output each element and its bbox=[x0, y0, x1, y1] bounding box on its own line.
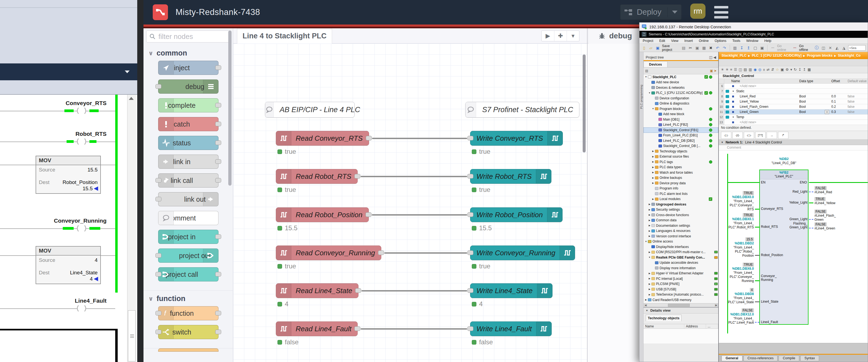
table-row-6[interactable]: 6<Add new> bbox=[719, 84, 868, 89]
studio5000-collapsed-titlebar[interactable] bbox=[0, 63, 137, 80]
tree-expander[interactable]: ▶ bbox=[652, 150, 654, 152]
tree-expander[interactable]: ▶ bbox=[648, 203, 651, 205]
input-port[interactable] bbox=[155, 272, 161, 277]
group-expander[interactable]: ▼ bbox=[732, 116, 734, 118]
tree-item-teleservice-automatic-protoco-[interactable]: ▶TeleService [Automatic protoco... bbox=[644, 292, 718, 298]
tree-expander[interactable]: ▶ bbox=[648, 214, 651, 216]
flow-node-read[interactable]: Read Conveyor_RTS bbox=[276, 131, 369, 146]
tree-item-line4-plc-db-db2-[interactable]: Line4_PLC_DB [DB2] bbox=[644, 138, 718, 143]
ladder-element-button-5[interactable]: ↱ bbox=[778, 132, 788, 139]
delete-icon[interactable]: ✖ bbox=[709, 46, 713, 50]
flow-wire[interactable] bbox=[384, 252, 467, 254]
deploy-button[interactable]: Deploy bbox=[620, 4, 682, 20]
tree-item-add-new-block[interactable]: Add new block bbox=[644, 112, 718, 117]
tree-item-devices-networks[interactable]: Devices & networks bbox=[644, 85, 718, 90]
ladder-element-button-2[interactable]: -( )- bbox=[744, 132, 754, 139]
deploy-options-caret[interactable] bbox=[672, 10, 678, 13]
palette-scrollbar-thumb[interactable] bbox=[228, 30, 231, 186]
tree-expander[interactable]: ▶ bbox=[652, 171, 654, 174]
tree-item-add-new-device[interactable]: Add new device bbox=[644, 80, 718, 85]
breadcrumb-item[interactable]: Stacklight_Co bbox=[838, 54, 860, 57]
download-to-device-icon[interactable]: ↧ bbox=[739, 46, 744, 50]
output-port[interactable] bbox=[215, 311, 221, 315]
flow-wire[interactable] bbox=[362, 290, 467, 291]
editor-tool-13[interactable]: ▣ bbox=[780, 67, 784, 72]
editor-tool-0[interactable]: ✳ bbox=[721, 67, 724, 72]
fbd-network-canvas[interactable]: %DB2"Line4_PLC_DB"%FB2"Line4_PLC"ENENOCo… bbox=[719, 150, 868, 343]
tree-view-icon[interactable]: ▤ bbox=[645, 69, 648, 73]
tree-item-device-configuration[interactable]: Device configuration bbox=[644, 95, 718, 101]
palette-node-link-call[interactable]: link call bbox=[158, 173, 218, 188]
menu-edit[interactable]: Edit bbox=[659, 39, 665, 43]
output-port[interactable] bbox=[215, 234, 221, 239]
cut-icon[interactable]: ✂ bbox=[688, 46, 693, 50]
tree-item-plc-alarm-text-lists[interactable]: PLC alarm text lists bbox=[644, 191, 718, 196]
input-port[interactable] bbox=[467, 174, 473, 178]
tree-item-online-backups[interactable]: ▶Online backups bbox=[644, 175, 718, 181]
tree-item-online-diagnostics[interactable]: Online & diagnostics bbox=[644, 101, 718, 106]
flow-node-write[interactable]: Write Robot_RTS bbox=[470, 169, 551, 184]
go-online-icon[interactable]: ⎓ bbox=[770, 46, 775, 50]
flow-wire[interactable] bbox=[372, 214, 467, 216]
output-port[interactable] bbox=[215, 140, 221, 145]
editor-tool-12[interactable]: ☆ bbox=[776, 67, 779, 72]
flow-node-read[interactable]: Read Line4_Fault bbox=[276, 322, 358, 336]
tree-item-line4-plc-fb2-[interactable]: Line4_PLC [FB2] bbox=[644, 122, 718, 128]
tree-expander[interactable]: ▶ bbox=[648, 294, 651, 296]
copy-icon[interactable]: ▣ bbox=[695, 46, 700, 50]
open-project-icon[interactable]: ▱ bbox=[648, 46, 653, 50]
flow-tab[interactable]: Line 4 to Stacklight PLC bbox=[237, 28, 332, 44]
group-expander[interactable]: ▼ bbox=[732, 90, 734, 92]
menu-online[interactable]: Online bbox=[699, 39, 709, 43]
output-port[interactable] bbox=[215, 65, 221, 70]
output-port[interactable] bbox=[366, 136, 372, 140]
scrollbar-thumb[interactable] bbox=[128, 310, 135, 361]
ladder-element-button-0[interactable]: -| |- bbox=[721, 132, 731, 139]
inspector-tab-cross-references[interactable]: Cross-references bbox=[744, 356, 778, 361]
output-port[interactable] bbox=[366, 212, 372, 217]
tree-expander[interactable]: ▼ bbox=[645, 240, 647, 243]
breadcrumb-item[interactable]: Stacklight_PLC bbox=[721, 54, 746, 57]
output-port[interactable] bbox=[215, 103, 221, 108]
go-online-label[interactable]: Go online bbox=[777, 44, 790, 52]
editor-tool-10[interactable]: ⇄ bbox=[767, 67, 770, 72]
input-port[interactable] bbox=[467, 136, 473, 140]
main-menu-button[interactable] bbox=[714, 6, 728, 19]
menu-window[interactable]: Window bbox=[746, 39, 758, 43]
menu-view[interactable]: View bbox=[671, 39, 678, 43]
tree-item-ungrouped-devices[interactable]: ▶Ungrouped devices bbox=[644, 202, 718, 207]
run-flows-button[interactable]: ▶ bbox=[541, 31, 554, 41]
chevron-down-icon[interactable] bbox=[125, 71, 130, 73]
save-project-icon[interactable]: ▣ bbox=[655, 46, 660, 50]
editor-tool-11[interactable]: ⇵ bbox=[771, 67, 774, 72]
palette-node-inject[interactable]: inject bbox=[158, 61, 218, 75]
tree-item-plcsim-pn-ie-[interactable]: ▶PLCSIM [PN/IE]✕ bbox=[644, 281, 718, 287]
tree-item-documentation-settings[interactable]: ▶Documentation settings bbox=[644, 223, 718, 228]
flow-node-read[interactable]: Read Robot_Position bbox=[276, 207, 369, 222]
tree-expander[interactable]: ▼ bbox=[648, 92, 651, 94]
tree-item-local-modules[interactable]: ▶Local modules✓ bbox=[644, 196, 718, 202]
tree-item-device-proxy-data[interactable]: ▶Device proxy data bbox=[644, 180, 718, 186]
new-project-icon[interactable]: ▯ bbox=[642, 46, 647, 50]
comment-node[interactable]: AB EIP/CIP - Line 4 PLC bbox=[265, 102, 354, 118]
tree-expander[interactable]: ▶ bbox=[648, 277, 651, 280]
datatype-dropdown-button[interactable]: ☰ bbox=[825, 110, 829, 114]
breadcrumb-item[interactable]: Program blocks bbox=[807, 54, 832, 57]
tree-expander[interactable]: ▶ bbox=[652, 177, 654, 179]
start-cpu-icon[interactable]: ▢ bbox=[753, 46, 758, 50]
output-port[interactable] bbox=[215, 178, 221, 183]
palette-node-complete[interactable]: complete bbox=[158, 98, 218, 112]
split-vertical-icon[interactable]: ◮ bbox=[841, 46, 846, 50]
editor-tool-16[interactable]: ↻ bbox=[794, 67, 797, 72]
editor-tool-15[interactable]: ▾ bbox=[790, 67, 792, 72]
flow-node-write[interactable]: Write Line4_Fault bbox=[470, 322, 552, 336]
mov-instruction-block[interactable]: MOVSource15.5DestRobot_Position15.5 bbox=[36, 156, 101, 194]
paste-icon[interactable]: ▦ bbox=[702, 46, 707, 50]
tree-toolbar-right-icons[interactable]: ▣ ➤ bbox=[710, 69, 717, 73]
menu-tools[interactable]: Tools bbox=[733, 39, 740, 43]
print-icon[interactable]: ▤ bbox=[681, 46, 686, 50]
tree-expander[interactable]: ▼ bbox=[645, 76, 647, 78]
split-horizontal-icon[interactable]: ◭ bbox=[835, 46, 839, 50]
tree-item-display-more-information[interactable]: Display more information bbox=[644, 266, 718, 271]
stop-cpu-icon[interactable]: ▣ bbox=[760, 46, 765, 50]
